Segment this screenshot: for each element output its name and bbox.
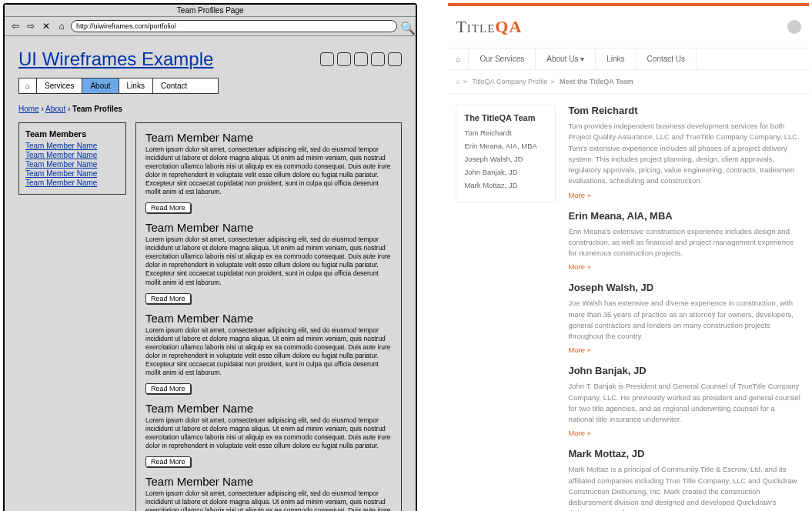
twitter-icon[interactable]	[371, 52, 385, 66]
search-icon[interactable]: 🔍	[400, 21, 411, 32]
nav-links[interactable]: Links	[119, 78, 153, 93]
sidebar: The TitleQA Team Tom Reichardt Erin Mean…	[456, 105, 556, 202]
site-logo[interactable]: TitleQA	[456, 17, 522, 37]
member-card: Mark Mottaz, JD Mark Mottaz is a princip…	[568, 448, 801, 511]
stop-icon[interactable]: ✕	[40, 20, 52, 32]
member-card: Team Member Name Lorem ipsum dolor sit a…	[145, 402, 392, 467]
site-logo[interactable]: UI Wireframes Example	[18, 48, 213, 70]
breadcrumb-about[interactable]: About	[45, 105, 65, 113]
sidebar-title: Team Members	[25, 129, 119, 139]
home-icon[interactable]: ⌂	[55, 20, 68, 32]
member-card: Tom Reichardt Tom provides independent b…	[568, 105, 801, 199]
nav-about[interactable]: About	[82, 78, 119, 93]
nav-home[interactable]: ⌂	[19, 78, 37, 93]
member-bio: Lorem ipsum dolor sit amet, consectetuer…	[145, 145, 392, 196]
breadcrumb: ⌂» TitleQA Company Profile» Meet the Tit…	[448, 70, 809, 94]
window-titlebar: Team Profiles Page	[5, 5, 416, 17]
member-name: Team Member Name	[145, 131, 392, 144]
sidebar-item[interactable]: Team Member Name	[25, 160, 119, 169]
member-name: Team Member Name	[145, 312, 392, 325]
breadcrumb-current: Team Profiles	[72, 105, 122, 113]
member-name: Joseph Walsh, JD	[568, 282, 801, 293]
url-bar[interactable]	[71, 20, 397, 32]
read-more-button[interactable]: Read More	[145, 293, 191, 304]
read-more-button[interactable]: Read More	[145, 456, 191, 467]
logo-part1: Title	[456, 17, 495, 36]
sidebar: Team Members Team Member Name Team Membe…	[18, 122, 126, 195]
back-icon[interactable]: ⇦	[9, 20, 22, 32]
member-name: John Banjak, JD	[568, 365, 801, 376]
read-more-button[interactable]: Read More	[145, 202, 191, 213]
member-card: Team Member Name Lorem ipsum dolor sit a…	[145, 131, 392, 213]
nav-about[interactable]: About Us ▾	[536, 48, 596, 69]
main-content: Tom Reichardt Tom provides independent b…	[568, 105, 801, 511]
nav-home[interactable]: ⌂	[448, 48, 469, 69]
facebook-icon[interactable]	[354, 52, 368, 66]
member-card: Erin Meana, AIA, MBA Erin Meana's extens…	[568, 210, 801, 272]
sidebar-item[interactable]: Team Member Name	[25, 151, 119, 159]
breadcrumb-home[interactable]: Home	[18, 105, 39, 113]
member-bio: Lorem ipsum dolor sit amet, consectetuer…	[145, 235, 392, 286]
member-name: Mark Mottaz, JD	[568, 448, 801, 459]
member-bio: Joe Walsh has extensive and diverse expe…	[568, 298, 801, 342]
member-bio: Erin Meana's extensive construction expe…	[568, 226, 801, 259]
sidebar-item[interactable]: Mark Mottaz, JD	[464, 181, 547, 189]
member-bio: Tom provides independent business develo…	[568, 121, 801, 187]
member-card: Joseph Walsh, JD Joe Walsh has extensive…	[568, 282, 801, 354]
sidebar-item[interactable]: John Banjak, JD	[464, 168, 547, 176]
nav-links[interactable]: Links	[596, 48, 636, 69]
member-name: Team Member Name	[145, 221, 392, 234]
member-bio: John T. Banjak is President and General …	[568, 381, 801, 425]
sidebar-item[interactable]: Tom Reichardt	[464, 129, 547, 137]
member-card: Team Member Name Lorem ipsum dolor sit a…	[145, 221, 392, 303]
member-card: Team Member Name Lorem ipsum dolor sit a…	[145, 312, 392, 394]
forward-icon[interactable]: ⇨	[25, 20, 37, 32]
member-bio: Mark Mottaz is a principal of Community …	[568, 464, 801, 511]
read-more-button[interactable]: Read More	[145, 383, 191, 394]
nav-services[interactable]: Services	[37, 78, 82, 93]
sidebar-title: The TitleQA Team	[464, 113, 547, 122]
realsite-window: TitleQA ⌂ Our Services About Us ▾ Links …	[448, 3, 809, 511]
breadcrumb-a[interactable]: TitleQA Company Profile	[472, 78, 547, 85]
sidebar-item[interactable]: Team Member Name	[25, 169, 119, 178]
breadcrumb: Home › About › Team Profiles	[18, 105, 402, 113]
member-name: Team Member Name	[145, 402, 392, 415]
main-content: Team Member Name Lorem ipsum dolor sit a…	[135, 122, 402, 511]
linkedin-icon[interactable]	[320, 52, 334, 66]
member-card: Team Member Name Lorem ipsum dolor sit a…	[145, 475, 392, 511]
chevron-down-icon: ▾	[580, 55, 584, 63]
member-bio: Lorem ipsum dolor sit amet, consectetuer…	[145, 326, 392, 377]
logo-part2: QA	[495, 17, 522, 36]
sidebar-item[interactable]: Erin Meana, AIA, MBA	[464, 142, 547, 150]
nav-contact[interactable]: Contact	[153, 78, 195, 93]
browser-toolbar: ⇦ ⇨ ✕ ⌂ 🔍	[5, 17, 416, 36]
sidebar-item[interactable]: Team Member Name	[25, 142, 119, 150]
member-card: John Banjak, JD John T. Banjak is Presid…	[568, 365, 801, 437]
nav-contact[interactable]: Contact Us	[637, 48, 697, 69]
member-bio: Lorem ipsum dolor sit amet, consectetuer…	[145, 489, 392, 511]
rss-icon[interactable]	[337, 52, 351, 66]
member-name: Tom Reichardt	[568, 105, 801, 116]
member-name: Erin Meana, AIA, MBA	[568, 210, 801, 222]
member-name: Team Member Name	[145, 475, 392, 488]
more-link[interactable]: More »	[568, 262, 591, 271]
home-icon[interactable]: ⌂	[456, 78, 459, 85]
nav-services[interactable]: Our Services	[469, 48, 536, 69]
social-icons	[320, 52, 402, 66]
breadcrumb-b: Meet the TitleQA Team	[560, 78, 633, 85]
contact-icon[interactable]	[787, 20, 801, 34]
wireframe-window: Team Profiles Page ⇦ ⇨ ✕ ⌂ 🔍 UI Wirefram…	[3, 3, 417, 511]
member-bio: Lorem ipsum dolor sit amet, consectetuer…	[145, 416, 392, 450]
more-link[interactable]: More »	[568, 346, 591, 354]
more-link[interactable]: More »	[568, 429, 591, 437]
more-link[interactable]: More »	[568, 191, 591, 199]
sidebar-item[interactable]: Joseph Walsh, JD	[464, 155, 547, 163]
main-nav: ⌂ Services About Links Contact	[18, 78, 219, 94]
main-nav: ⌂ Our Services About Us ▾ Links Contact …	[448, 48, 809, 70]
sidebar-item[interactable]: Team Member Name	[25, 179, 119, 187]
email-icon[interactable]	[388, 52, 402, 66]
